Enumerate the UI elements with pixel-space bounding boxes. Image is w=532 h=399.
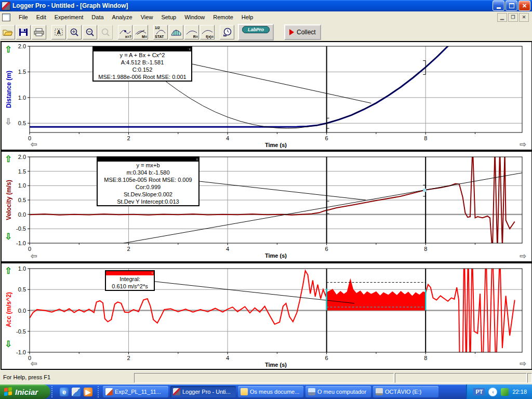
menu-remote[interactable]: Remote <box>209 12 237 22</box>
distance-graph-panel: ⇧ Distance (m) ⇩ 0.51.01.52.002468Time (… <box>1 41 532 151</box>
y-scale-up-arrow[interactable]: ⇧ <box>5 46 12 54</box>
start-button[interactable]: Iniciar <box>0 384 50 399</box>
internet-explorer-icon[interactable]: e <box>60 388 69 396</box>
svg-text:6: 6 <box>325 355 328 361</box>
examine-button[interactable]: x=? <box>118 25 132 39</box>
tangent-button[interactable]: M= <box>134 25 148 39</box>
drive-icon <box>376 388 383 395</box>
taskbar-separator <box>51 386 55 397</box>
y-scale-down-arrow[interactable]: ⇩ <box>5 118 12 126</box>
menu-help[interactable]: Help <box>237 12 258 22</box>
mdi-close-button[interactable]: ✕ <box>519 13 529 22</box>
menu-file[interactable]: File <box>15 12 32 22</box>
curve-fit-button[interactable]: f(x)= <box>200 25 215 39</box>
minimize-button[interactable] <box>493 1 504 11</box>
save-button[interactable] <box>16 25 31 39</box>
x-scroll-left-arrow[interactable]: ⇦ <box>31 141 37 148</box>
svg-text:-1.0: -1.0 <box>16 240 26 246</box>
zoom-in-icon <box>70 28 79 36</box>
data-collection-setup-button[interactable] <box>220 25 234 39</box>
svg-text:2.0: 2.0 <box>18 43 26 49</box>
language-indicator[interactable]: PT <box>473 388 485 395</box>
mdi-restore-button[interactable]: ❐ <box>508 13 518 22</box>
info-box-title-bar[interactable]: x <box>98 157 198 162</box>
x-scroll-left-arrow[interactable]: ⇦ <box>31 360 37 367</box>
quick-launch: e ▶ <box>56 388 97 396</box>
y-scale-up-arrow[interactable]: ⇧ <box>5 156 12 163</box>
info-box-close-icon[interactable]: x <box>152 271 154 275</box>
windows-logo-icon <box>4 387 12 396</box>
curve-fit-info-box[interactable]: x y = A + Bx + Cx^2 A:4.512 B:-1.581 C:0… <box>92 46 192 82</box>
svg-text:2: 2 <box>127 355 130 361</box>
minimize-icon <box>497 7 501 9</box>
linear-fit-info-box[interactable]: x y = mx+b m:0.304 b:-1.580 MSE:8.105e-0… <box>97 156 200 206</box>
zoom-out-button[interactable] <box>83 25 97 39</box>
svg-text:-0.5: -0.5 <box>16 328 26 335</box>
svg-text:4: 4 <box>226 135 229 141</box>
word-document-icon <box>105 388 113 395</box>
computer-icon <box>308 388 315 395</box>
acceleration-graph-panel: ⇧ Acc (m/s^2) ⇩ -1.0-0.50.00.51.002468Ti… <box>1 262 532 370</box>
open-button[interactable] <box>1 25 15 39</box>
y-scale-down-arrow[interactable]: ⇩ <box>5 233 12 241</box>
velocity-time-chart[interactable]: -1.0-0.50.00.51.01.52.002468Time (s) <box>2 152 529 261</box>
menu-data[interactable]: Data <box>87 12 108 22</box>
info-box-title-bar[interactable]: x <box>106 271 154 275</box>
menu-setup[interactable]: Setup <box>157 12 180 22</box>
info-box-title-bar[interactable]: x <box>94 47 191 51</box>
menu-experiment[interactable]: Experiment <box>50 12 88 22</box>
y-scale-down-arrow[interactable]: ⇩ <box>5 341 12 348</box>
x-scroll-right-arrow[interactable]: ⇨ <box>520 360 526 367</box>
distance-time-chart[interactable]: 0.51.01.52.002468Time (s) <box>2 42 529 149</box>
svg-text:8: 8 <box>424 135 427 141</box>
x-scroll-right-arrow[interactable]: ⇨ <box>520 141 526 148</box>
zoom-in-button[interactable] <box>67 25 82 39</box>
svg-text:6: 6 <box>325 246 328 252</box>
labpro-button[interactable]: LabPro <box>238 24 274 41</box>
taskbar-button-logger-pro[interactable]: Logger Pro - Unti... <box>170 386 236 397</box>
taskbar-button-drive-e[interactable]: OCTÁVIO (E:) <box>373 386 438 397</box>
acceleration-time-chart[interactable]: -1.0-0.50.00.51.002468Time (s) <box>2 263 529 367</box>
autoscale-icon: A <box>54 28 63 36</box>
taskbar-clock[interactable]: 22:18 <box>512 389 527 395</box>
svg-text:A: A <box>57 30 60 35</box>
svg-text:4: 4 <box>226 355 229 361</box>
taskbar-button-my-documents[interactable]: Os meus docume... <box>238 386 303 397</box>
regression-button[interactable]: R= <box>184 25 199 39</box>
y-scale-up-arrow[interactable]: ⇧ <box>5 268 12 275</box>
antivirus-tray-icon[interactable] <box>501 388 509 396</box>
toolbar: A x=? M= 1/2 STAT R= <box>0 23 532 42</box>
open-folder-icon <box>3 28 13 36</box>
menu-window[interactable]: Window <box>180 12 209 22</box>
hide-icons-chevron[interactable]: ‹ <box>488 388 497 396</box>
svg-text:2.0: 2.0 <box>18 154 26 160</box>
print-button[interactable] <box>32 25 46 39</box>
svg-text:0.0: 0.0 <box>18 308 26 314</box>
mdi-minimize-button[interactable]: ▁ <box>497 13 507 22</box>
menu-edit[interactable]: Edit <box>32 12 50 22</box>
x-scroll-right-arrow[interactable]: ⇨ <box>520 252 526 260</box>
media-player-icon[interactable]: ▶ <box>84 388 92 396</box>
printer-icon <box>34 28 44 36</box>
integral-button[interactable] <box>169 25 183 39</box>
collect-button[interactable]: Collect <box>284 24 321 40</box>
svg-text:0.5: 0.5 <box>18 197 26 203</box>
taskbar-button-my-computer[interactable]: O meu computador <box>305 386 371 397</box>
restore-button[interactable] <box>506 1 517 11</box>
show-desktop-icon[interactable] <box>72 388 81 396</box>
info-box-close-icon[interactable]: x <box>196 157 198 162</box>
x-scroll-left-arrow[interactable]: ⇦ <box>31 252 37 260</box>
info-box-close-icon[interactable]: x <box>189 47 191 51</box>
integral-info-box[interactable]: x Integral: 0.610 m/s^2*s <box>105 270 155 291</box>
close-button[interactable]: ✕ <box>518 1 530 11</box>
statistics-button[interactable]: 1/2 STAT <box>153 25 168 39</box>
document-icon[interactable] <box>2 14 10 21</box>
svg-text:8: 8 <box>424 246 427 252</box>
autoscale-button[interactable]: A <box>51 25 66 39</box>
clock-icon <box>222 28 232 37</box>
svg-text:-1.0: -1.0 <box>16 349 26 355</box>
menu-view[interactable]: View <box>137 12 157 22</box>
taskbar-button-exp2[interactable]: Exp2_PL_11_11... <box>103 386 168 397</box>
menu-analyze[interactable]: Analyze <box>108 12 137 22</box>
system-tray: PT ‹ 22:18 <box>466 384 532 399</box>
